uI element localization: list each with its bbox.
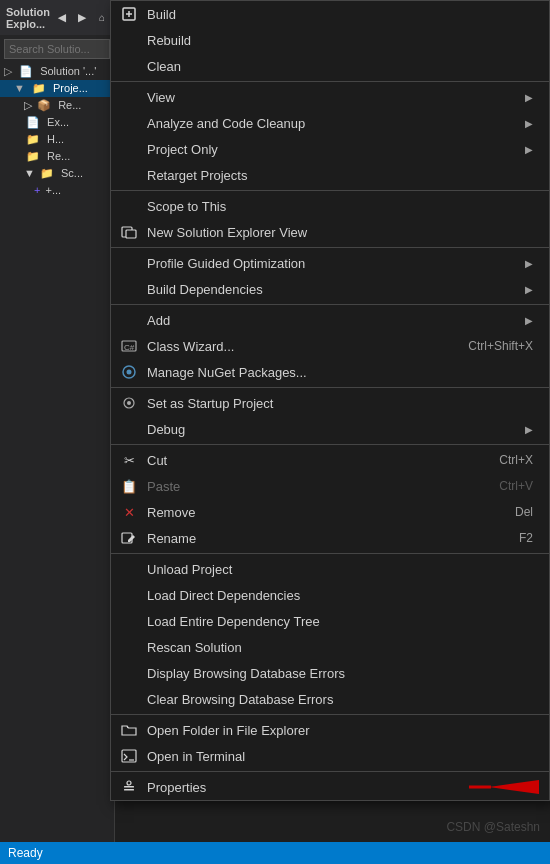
menu-item-add[interactable]: Add ▶ [111,307,549,333]
search-input[interactable] [4,39,110,59]
menu-item-class-wizard[interactable]: C# Class Wizard... Ctrl+Shift+X [111,333,549,359]
remove-shortcut: Del [515,505,533,519]
forward-btn[interactable]: ▶ [74,10,90,26]
menu-item-paste[interactable]: 📋 Paste Ctrl+V [111,473,549,499]
project-only-label: Project Only [147,142,218,157]
menu-item-open-terminal[interactable]: Open in Terminal [111,743,549,769]
menu-item-analyze[interactable]: Analyze and Code Cleanup ▶ [111,110,549,136]
svg-point-6 [127,370,132,375]
menu-item-manage-nuget[interactable]: Manage NuGet Packages... [111,359,549,385]
class-wizard-label: Class Wizard... [147,339,234,354]
menu-item-unload-project[interactable]: Unload Project [111,556,549,582]
menu-item-project-only[interactable]: Project Only ▶ [111,136,549,162]
separator-8 [111,714,549,715]
solution-explorer-panel: Solution Explo... ◀ ▶ ⌂ ⬡ ▷ 📄 Solution '… [0,0,115,864]
terminal-icon [119,746,139,766]
menu-item-rebuild[interactable]: Rebuild [111,27,549,53]
menu-item-cut[interactable]: ✂ Cut Ctrl+X [111,447,549,473]
separator-5 [111,387,549,388]
status-ready: Ready [8,846,43,860]
menu-item-scope[interactable]: Scope to This [111,193,549,219]
retarget-label: Retarget Projects [147,168,247,183]
cut-shortcut: Ctrl+X [499,453,533,467]
menu-item-profile-guided[interactable]: Profile Guided Optimization ▶ [111,250,549,276]
menu-item-open-folder[interactable]: Open Folder in File Explorer [111,717,549,743]
tree-item-re[interactable]: ▷ 📦 Re... [0,97,114,114]
solution-explorer-header: Solution Explo... ◀ ▶ ⌂ ⬡ [0,0,114,35]
menu-item-view[interactable]: View ▶ [111,84,549,110]
paste-icon: 📋 [119,476,139,496]
tree-item-ex[interactable]: 📄 Ex... [0,114,114,131]
svg-rect-2 [126,230,136,238]
svg-rect-13 [124,786,134,788]
separator-3 [111,247,549,248]
new-solution-view-label: New Solution Explorer View [147,225,307,240]
menu-item-new-solution-view[interactable]: New Solution Explorer View [111,219,549,245]
open-folder-label: Open Folder in File Explorer [147,723,310,738]
menu-item-build-dependencies[interactable]: Build Dependencies ▶ [111,276,549,302]
remove-icon: ✕ [119,502,139,522]
svg-text:C#: C# [124,343,135,352]
clear-browse-errors-label: Clear Browsing Database Errors [147,692,333,707]
status-bar: Ready [0,842,550,864]
rename-icon [119,528,139,548]
svg-point-8 [127,401,131,405]
menu-item-rename[interactable]: Rename F2 [111,525,549,551]
tree-item-file[interactable]: + +... [0,182,114,198]
menu-item-load-entire-tree[interactable]: Load Entire Dependency Tree [111,608,549,634]
separator-2 [111,190,549,191]
tree-item-h[interactable]: 📁 H... [0,131,114,148]
menu-item-display-browse-errors[interactable]: Display Browsing Database Errors [111,660,549,686]
load-entire-tree-label: Load Entire Dependency Tree [147,614,320,629]
display-browse-errors-label: Display Browsing Database Errors [147,666,345,681]
menu-item-remove[interactable]: ✕ Remove Del [111,499,549,525]
clean-label: Clean [147,59,181,74]
separator-9 [111,771,549,772]
view-label: View [147,90,175,105]
red-arrow-indicator [469,776,539,798]
view-arrow: ▶ [525,92,533,103]
menu-item-retarget[interactable]: Retarget Projects [111,162,549,188]
nuget-icon [119,362,139,382]
scope-label: Scope to This [147,199,226,214]
back-btn[interactable]: ◀ [54,10,70,26]
class-wizard-icon: C# [119,336,139,356]
tree-item-sc[interactable]: ▼ 📁 Sc... [0,165,114,182]
profile-guided-arrow: ▶ [525,258,533,269]
menu-item-set-startup[interactable]: Set as Startup Project [111,390,549,416]
build-label: Build [147,7,176,22]
add-arrow: ▶ [525,315,533,326]
set-startup-label: Set as Startup Project [147,396,273,411]
separator-4 [111,304,549,305]
tree-item-project[interactable]: ▼ 📁 Proje... [0,80,114,97]
project-only-arrow: ▶ [525,144,533,155]
menu-item-properties[interactable]: Properties [111,774,549,800]
solution-explorer-title: Solution Explo... [6,6,50,30]
home-btn[interactable]: ⌂ [94,10,110,26]
context-menu: Build Rebuild Clean View ▶ Analyze and C… [110,0,550,801]
menu-item-load-direct-deps[interactable]: Load Direct Dependencies [111,582,549,608]
menu-item-debug[interactable]: Debug ▶ [111,416,549,442]
tree-item-res[interactable]: 📁 Re... [0,148,114,165]
build-icon [119,4,139,24]
add-label: Add [147,313,170,328]
build-dependencies-label: Build Dependencies [147,282,263,297]
menu-item-rescan-solution[interactable]: Rescan Solution [111,634,549,660]
folder-icon [119,720,139,740]
remove-label: Remove [147,505,195,520]
properties-label: Properties [147,780,206,795]
paste-label: Paste [147,479,180,494]
startup-icon [119,393,139,413]
open-terminal-label: Open in Terminal [147,749,245,764]
separator-7 [111,553,549,554]
load-direct-deps-label: Load Direct Dependencies [147,588,300,603]
menu-item-build[interactable]: Build [111,1,549,27]
tree-item-solution[interactable]: ▷ 📄 Solution '...' [0,63,114,80]
properties-icon [119,777,139,797]
menu-item-clean[interactable]: Clean [111,53,549,79]
menu-item-clear-browse-errors[interactable]: Clear Browsing Database Errors [111,686,549,712]
rename-label: Rename [147,531,196,546]
analyze-arrow: ▶ [525,118,533,129]
rescan-solution-label: Rescan Solution [147,640,242,655]
paste-shortcut: Ctrl+V [499,479,533,493]
